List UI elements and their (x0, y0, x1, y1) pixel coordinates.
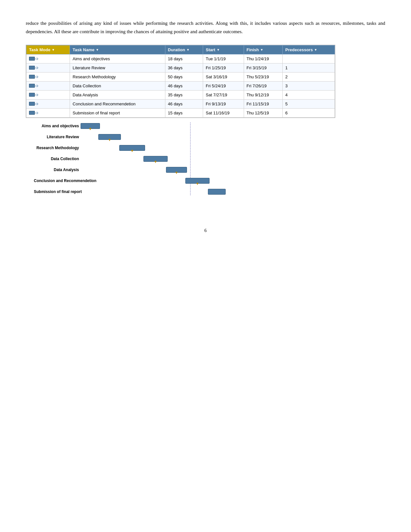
task-mode-icon: ➩ (29, 101, 39, 106)
duration-cell: 35 days (165, 91, 203, 100)
gantt-bar-container: ▼ (185, 177, 210, 184)
gantt-connector-arrow: ▼ (130, 149, 134, 153)
predecessors-dropdown-icon[interactable]: ▼ (314, 48, 317, 52)
duration-dropdown-icon[interactable]: ▼ (186, 48, 190, 52)
predecessors-cell: 1 (283, 63, 335, 73)
finish-cell: Thu 12/5/19 (244, 109, 282, 118)
page-number: 6 (26, 228, 385, 233)
task-mode-cell: ➩ (26, 82, 70, 91)
gantt-chart-area: Aims and objectives▼Literature Review▼Re… (26, 119, 335, 202)
gantt-connector-arrow: ▼ (88, 127, 92, 131)
gantt-bar-container (208, 188, 226, 195)
task-mode-cell: ➩ (26, 109, 70, 118)
task-name-cell: Submission of final report (70, 109, 165, 118)
task-name-cell: Research Methodology (70, 73, 165, 82)
task-mode-icon: ➩ (29, 65, 39, 70)
gantt-table: Task Mode ▼ Task Name ▼ Duration ▼ (26, 45, 335, 118)
arrow-icon: ➩ (35, 56, 39, 61)
arrow-icon: ➩ (35, 101, 39, 106)
start-cell: Tue 1/1/19 (203, 54, 244, 63)
gantt-label: Research Methodology (34, 146, 79, 150)
th-predecessors[interactable]: Predecessors ▼ (283, 45, 335, 54)
start-cell: Fri 5/24/19 (203, 82, 244, 91)
gantt-row: Data Collection▼ (81, 155, 335, 162)
task-name-cell: Conclusion and Recommendetion (70, 100, 165, 109)
finish-cell: Fri 3/15/19 (244, 63, 282, 73)
task-mode-icon: ➩ (29, 83, 39, 88)
gantt-bar: ▼ (98, 134, 121, 140)
gantt-bar (208, 189, 226, 195)
gantt-row: Research Methodology▼ (81, 144, 335, 151)
finish-dropdown-icon[interactable]: ▼ (260, 48, 263, 52)
finish-cell: Thu 1/24/19 (244, 54, 282, 63)
table-header-row: Task Mode ▼ Task Name ▼ Duration ▼ (26, 45, 335, 54)
gantt-label: Submission of final report (34, 189, 79, 194)
gantt-label: Conclusion and Recommendetion (34, 179, 79, 183)
th-duration[interactable]: Duration ▼ (165, 45, 203, 54)
gantt-chart-inner: Aims and objectives▼Literature Review▼Re… (35, 122, 335, 195)
finish-cell: Fri 11/15/19 (244, 100, 282, 109)
intro-paragraph: reduce the possibilities of arising any … (26, 19, 385, 36)
duration-cell: 15 days (165, 109, 203, 118)
gantt-label: Literature Review (34, 135, 79, 139)
start-cell: Fri 1/25/19 (203, 63, 244, 73)
task-mode-cell: ➩ (26, 91, 70, 100)
gantt-row: Aims and objectives▼ (81, 122, 335, 130)
table-row: ➩Research Methodology50 daysSat 3/16/19T… (26, 73, 335, 82)
gantt-label: Data Collection (34, 157, 79, 161)
table-row: ➩Data Analysis35 daysSat 7/27/19Thu 9/12… (26, 91, 335, 100)
duration-cell: 46 days (165, 100, 203, 109)
gantt-bar: ▼ (143, 156, 168, 162)
start-cell: Fri 9/13/19 (203, 100, 244, 109)
start-dropdown-icon[interactable]: ▼ (217, 48, 220, 52)
task-mode-icon: ➩ (29, 74, 39, 79)
gantt-connector-arrow: ▼ (154, 160, 158, 164)
predecessors-cell (283, 54, 335, 63)
arrow-icon: ➩ (35, 83, 39, 88)
task-mode-cell: ➩ (26, 73, 70, 82)
finish-cell: Thu 9/12/19 (244, 91, 282, 100)
gantt-connector-arrow: ▼ (175, 170, 179, 175)
task-mode-cell: ➩ (26, 63, 70, 73)
th-task-name[interactable]: Task Name ▼ (70, 45, 165, 54)
th-task-mode[interactable]: Task Mode ▼ (26, 45, 70, 54)
task-mode-icon: ➩ (29, 56, 39, 61)
task-mode-icon: ➩ (29, 92, 39, 97)
task-name-cell: Aims and objectives (70, 54, 165, 63)
predecessors-cell: 4 (283, 91, 335, 100)
table-row: ➩Aims and objectives18 daysTue 1/1/19Thu… (26, 54, 335, 63)
predecessors-cell: 6 (283, 109, 335, 118)
table-row: ➩Conclusion and Recommendetion46 daysFri… (26, 100, 335, 109)
gantt-bar: ▼ (166, 167, 187, 173)
gantt-label: Aims and objectives (34, 124, 79, 128)
th-finish[interactable]: Finish ▼ (244, 45, 282, 54)
th-start[interactable]: Start ▼ (203, 45, 244, 54)
gantt-row: Conclusion and Recommendetion▼ (81, 177, 335, 184)
arrow-icon: ➩ (35, 110, 39, 115)
gantt-bar: ▼ (81, 123, 100, 129)
gantt-connector-arrow: ▼ (196, 181, 200, 186)
finish-cell: Fri 7/26/19 (244, 82, 282, 91)
gantt-row: Data Analysis▼ (81, 166, 335, 173)
duration-cell: 36 days (165, 63, 203, 73)
task-mode-cell: ➩ (26, 100, 70, 109)
predecessors-cell: 2 (283, 73, 335, 82)
task-mode-cell: ➩ (26, 54, 70, 63)
task-name-cell: Data Collection (70, 82, 165, 91)
table-row: ➩Submission of final report15 daysSat 11… (26, 109, 335, 118)
task-name-cell: Data Analysis (70, 91, 165, 100)
task-mode-dropdown-icon[interactable]: ▼ (52, 48, 55, 52)
arrow-icon: ➩ (35, 65, 39, 70)
arrow-icon: ➩ (35, 92, 39, 97)
gantt-connector-arrow: ▼ (108, 138, 112, 142)
arrow-icon: ➩ (35, 74, 39, 79)
gantt-row: Literature Review▼ (81, 133, 335, 140)
finish-cell: Thu 5/23/19 (244, 73, 282, 82)
predecessors-cell: 5 (283, 100, 335, 109)
gantt-bar-container: ▼ (81, 122, 100, 130)
start-cell: Sat 3/16/19 (203, 73, 244, 82)
duration-cell: 18 days (165, 54, 203, 63)
gantt-table-wrapper: Task Mode ▼ Task Name ▼ Duration ▼ (26, 45, 335, 118)
gantt-bar: ▼ (185, 178, 210, 184)
task-name-dropdown-icon[interactable]: ▼ (96, 48, 99, 52)
